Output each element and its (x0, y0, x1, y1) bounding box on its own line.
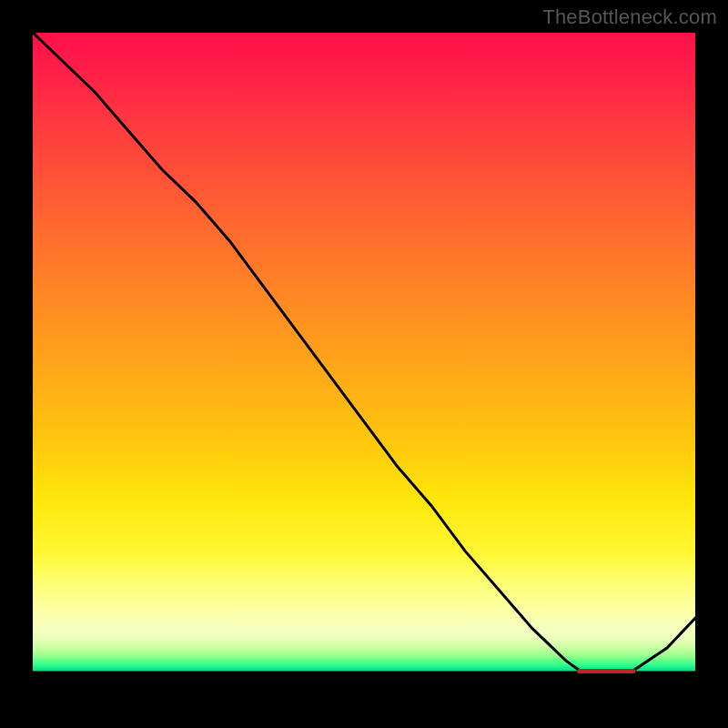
watermark-text: TheBottleneck.com (542, 5, 717, 29)
plot-frame (27, 27, 701, 701)
